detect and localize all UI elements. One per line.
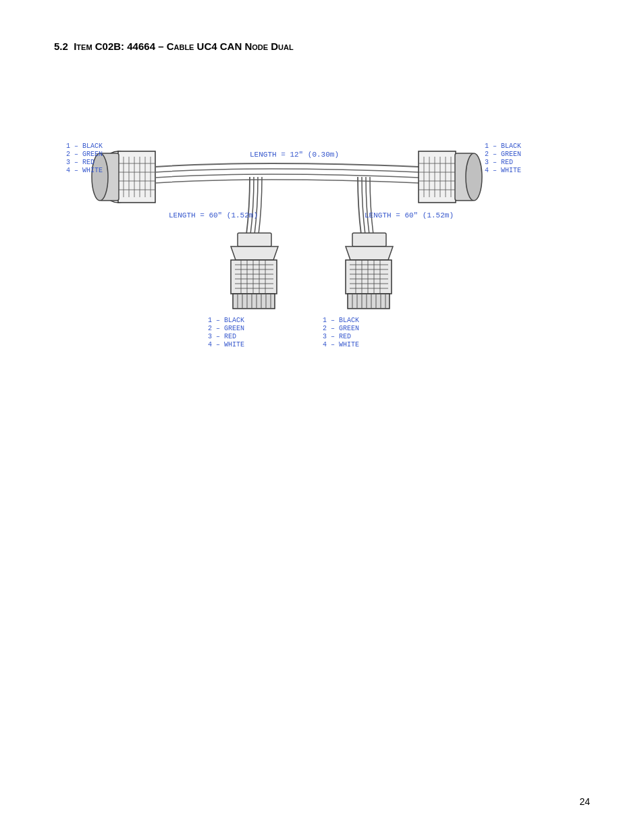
section-title: 5.2 Item C02B: 44664 – Cable UC4 CAN Nod… (54, 41, 590, 52)
section-number: 5.2 (54, 41, 68, 52)
svg-text:1 – BLACK: 1 – BLACK (208, 317, 244, 324)
svg-text:2 – GREEN: 2 – GREEN (323, 325, 359, 332)
svg-rect-29 (231, 260, 277, 294)
diagram-area: LENGTH = 12" (0.30m) LENGTH = 60" (1. (54, 72, 590, 410)
svg-text:3 – RED: 3 – RED (323, 333, 351, 340)
page-number: 24 (579, 796, 590, 807)
svg-text:1 – BLACK: 1 – BLACK (323, 317, 359, 324)
svg-text:2 – GREEN: 2 – GREEN (485, 151, 521, 158)
svg-marker-28 (231, 246, 278, 260)
length-right-label: LENGTH = 60" (1.52m) (365, 211, 454, 219)
length-top-label: LENGTH = 12" (0.30m) (250, 151, 339, 159)
section-heading: Item C02B: 44664 – Cable UC4 CAN Node Du… (74, 41, 294, 52)
svg-rect-52 (346, 260, 392, 294)
svg-rect-27 (238, 233, 271, 246)
svg-text:3 – RED: 3 – RED (485, 159, 513, 166)
svg-marker-51 (346, 246, 393, 260)
svg-text:2 – GREEN: 2 – GREEN (66, 151, 103, 158)
svg-text:4 – WHITE: 4 – WHITE (485, 167, 521, 174)
svg-point-26 (466, 153, 482, 201)
svg-rect-64 (348, 294, 390, 309)
svg-text:3 – RED: 3 – RED (66, 159, 95, 166)
svg-text:4 – WHITE: 4 – WHITE (66, 167, 103, 174)
length-left-label: LENGTH = 60" (1.52m) (169, 211, 258, 219)
svg-rect-50 (352, 233, 386, 246)
page: 5.2 Item C02B: 44664 – Cable UC4 CAN Nod… (0, 0, 644, 834)
svg-text:4 – WHITE: 4 – WHITE (208, 341, 244, 348)
svg-text:1 – BLACK: 1 – BLACK (485, 142, 521, 150)
svg-text:2 – GREEN: 2 – GREEN (208, 325, 244, 332)
cable-diagram: LENGTH = 12" (0.30m) LENGTH = 60" (1. (54, 72, 594, 396)
svg-rect-41 (233, 294, 275, 309)
svg-text:3 – RED: 3 – RED (208, 333, 236, 340)
svg-text:4 – WHITE: 4 – WHITE (323, 341, 359, 348)
svg-text:1 – BLACK: 1 – BLACK (66, 142, 103, 150)
